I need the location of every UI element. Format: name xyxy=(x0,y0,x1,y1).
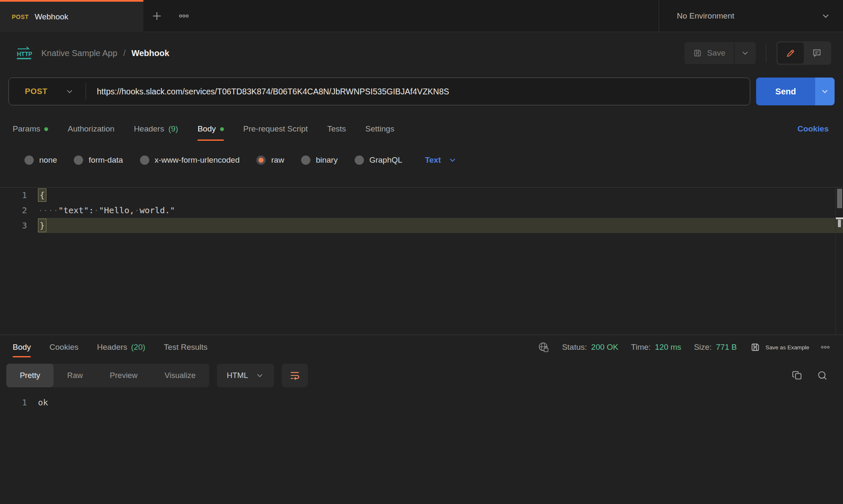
breadcrumb: HTTP Knative Sample App / Webhook Save xyxy=(0,32,843,74)
response-body-viewer[interactable]: 1 ok xyxy=(0,391,843,410)
ellipsis-icon xyxy=(820,342,830,352)
request-body-editor[interactable]: 1 { 2 ····"text":·"Hello,·world." 3 } xyxy=(0,187,843,335)
pencil-icon xyxy=(786,48,796,58)
mode-none[interactable]: none xyxy=(24,155,57,165)
tab-body[interactable]: Body xyxy=(197,114,224,144)
floppy-icon xyxy=(750,342,760,352)
radio-unselected xyxy=(140,155,149,165)
editor-line-current: 3 } xyxy=(0,218,843,233)
chevron-down-icon xyxy=(65,87,74,96)
tab-headers[interactable]: Headers (9) xyxy=(134,114,178,144)
copy-response-button[interactable] xyxy=(792,370,803,381)
plus-icon xyxy=(151,11,162,21)
url-input[interactable]: https://hooks.slack.com/services/T06TD83… xyxy=(86,87,460,97)
network-globe-lock-icon xyxy=(538,341,549,353)
save-button-label: Save xyxy=(707,48,725,58)
status-badge[interactable]: Status: 200 OK xyxy=(562,343,619,352)
time-badge[interactable]: Time: 120 ms xyxy=(631,343,681,352)
raw-language-selector[interactable]: Text xyxy=(425,155,457,165)
mode-form-data[interactable]: form-data xyxy=(74,155,123,165)
radio-unselected xyxy=(74,155,83,165)
view-pretty[interactable]: Pretty xyxy=(6,364,54,387)
wrap-lines-button[interactable] xyxy=(282,364,308,387)
view-raw[interactable]: Raw xyxy=(54,364,96,387)
save-split-button: Save xyxy=(684,42,756,64)
response-options-button[interactable] xyxy=(820,342,830,352)
request-tabs: Params Authorization Headers (9) Body Pr… xyxy=(0,114,843,144)
tab-label: Test Results xyxy=(164,343,207,352)
send-button[interactable]: Send xyxy=(756,78,815,105)
mode-x-www-form-urlencoded[interactable]: x-www-form-urlencoded xyxy=(140,155,240,165)
breadcrumb-separator: / xyxy=(123,48,126,58)
response-text: ok xyxy=(38,395,843,410)
save-button[interactable]: Save xyxy=(684,42,734,64)
chevron-down-icon xyxy=(741,49,749,57)
code-text: } xyxy=(38,218,843,233)
view-visualize[interactable]: Visualize xyxy=(151,364,209,387)
chevron-down-icon xyxy=(256,371,264,380)
right-panel-toggles xyxy=(776,41,831,65)
time-label: Time: xyxy=(631,343,651,352)
tab-pre-request-script[interactable]: Pre-request Script xyxy=(243,114,308,144)
save-as-example-label: Save as Example xyxy=(765,344,809,351)
save-as-example-button[interactable]: Save as Example xyxy=(750,342,809,352)
tab-label: Settings xyxy=(365,124,394,134)
breadcrumb-collection[interactable]: Knative Sample App xyxy=(41,48,117,58)
response-format-selector[interactable]: HTML xyxy=(217,364,274,387)
code-text: { xyxy=(38,188,843,203)
environment-selector[interactable]: No Environment xyxy=(659,0,843,32)
copy-icon xyxy=(792,370,803,381)
response-tab-cookies[interactable]: Cookies xyxy=(49,335,78,359)
view-preview[interactable]: Preview xyxy=(96,364,151,387)
edit-request-button[interactable] xyxy=(778,43,804,64)
tab-label: Headers xyxy=(97,343,127,352)
tab-settings[interactable]: Settings xyxy=(365,114,394,144)
comments-button[interactable] xyxy=(804,43,830,64)
mode-label: none xyxy=(39,155,57,165)
tab-params[interactable]: Params xyxy=(13,114,48,144)
tab-label: Authorization xyxy=(67,124,114,134)
request-tab-webhook[interactable]: POST Webhook xyxy=(0,0,143,32)
editor-line: 2 ····"text":·"Hello,·world." xyxy=(0,203,843,218)
cookies-link[interactable]: Cookies xyxy=(797,124,829,134)
response-tab-headers[interactable]: Headers (20) xyxy=(97,335,145,359)
format-label: HTML xyxy=(227,371,248,380)
size-badge[interactable]: Size: 771 B xyxy=(694,343,737,352)
mode-graphql[interactable]: GraphQL xyxy=(355,155,402,165)
tab-authorization[interactable]: Authorization xyxy=(67,114,114,144)
size-label: Size: xyxy=(694,343,711,352)
chevron-down-icon xyxy=(821,11,830,21)
mode-label: raw xyxy=(271,155,284,165)
raw-language-label: Text xyxy=(425,155,441,165)
overview-ruler-cursor-mark xyxy=(838,220,841,227)
response-meta: Status: 200 OK Time: 120 ms Size: 771 B … xyxy=(538,335,830,359)
tab-label: Headers xyxy=(134,124,164,134)
radio-unselected xyxy=(24,155,34,165)
tab-label: Body xyxy=(13,343,31,352)
response-tab-test-results[interactable]: Test Results xyxy=(164,335,207,359)
bracket-match: { xyxy=(38,188,46,202)
method-selector[interactable]: POST xyxy=(9,78,86,105)
code-text: ····"text":·"Hello,·world." xyxy=(38,203,843,218)
mode-binary[interactable]: binary xyxy=(301,155,338,165)
line-number: 2 xyxy=(0,203,38,218)
scrollbar-thumb[interactable] xyxy=(837,189,842,208)
new-tab-button[interactable] xyxy=(143,0,170,32)
tab-tests[interactable]: Tests xyxy=(327,114,346,144)
tab-options-button[interactable] xyxy=(170,0,197,32)
divider xyxy=(766,44,766,62)
wrap-text-icon xyxy=(289,370,300,381)
save-options-button[interactable] xyxy=(735,42,756,64)
floppy-icon xyxy=(693,48,702,58)
mode-raw[interactable]: raw xyxy=(256,155,284,165)
send-options-button[interactable] xyxy=(815,78,835,105)
mode-label: x-www-form-urlencoded xyxy=(155,155,240,165)
search-response-button[interactable] xyxy=(817,370,828,381)
response-tab-body[interactable]: Body xyxy=(13,335,31,359)
breadcrumb-request-name: Webhook xyxy=(132,48,170,58)
status-label: Status: xyxy=(562,343,587,352)
modified-dot xyxy=(44,127,48,131)
tab-label: Body xyxy=(197,124,215,134)
line-number: 1 xyxy=(0,395,38,410)
response-header: Body Cookies Headers (20) Test Results S… xyxy=(0,335,843,359)
